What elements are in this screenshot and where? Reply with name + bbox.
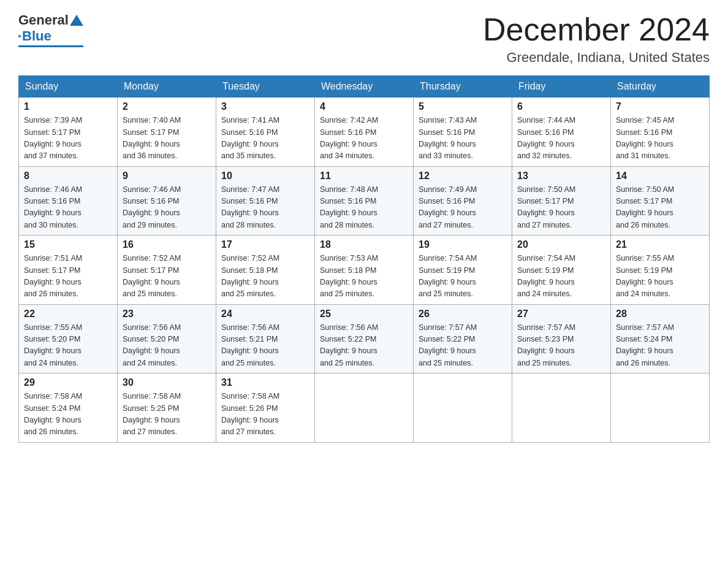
table-row: 5 Sunrise: 7:43 AM Sunset: 5:16 PM Dayli…	[414, 98, 512, 167]
day-number: 20	[517, 239, 605, 250]
logo-blue-text: Blue	[22, 28, 51, 44]
day-info: Sunrise: 7:40 AM Sunset: 5:17 PM Dayligh…	[123, 115, 211, 163]
calendar-table: Sunday Monday Tuesday Wednesday Thursday…	[18, 75, 710, 443]
calendar-week-row: 29 Sunrise: 7:58 AM Sunset: 5:24 PM Dayl…	[19, 373, 710, 443]
svg-marker-0	[70, 15, 83, 26]
table-row: 22 Sunrise: 7:55 AM Sunset: 5:20 PM Dayl…	[19, 304, 118, 373]
table-row	[414, 373, 512, 443]
day-number: 30	[123, 377, 211, 388]
day-info: Sunrise: 7:58 AM Sunset: 5:24 PM Dayligh…	[24, 391, 112, 439]
day-number: 19	[419, 239, 507, 250]
day-info: Sunrise: 7:58 AM Sunset: 5:25 PM Dayligh…	[123, 391, 211, 439]
col-sunday: Sunday	[19, 76, 118, 98]
table-row: 18 Sunrise: 7:53 AM Sunset: 5:18 PM Dayl…	[315, 236, 414, 305]
page-header: General Blue December 2024 Greendale, In…	[18, 12, 710, 66]
day-number: 29	[24, 377, 112, 388]
day-number: 18	[320, 239, 408, 250]
calendar-week-row: 15 Sunrise: 7:51 AM Sunset: 5:17 PM Dayl…	[19, 236, 710, 305]
col-wednesday: Wednesday	[315, 76, 414, 98]
day-info: Sunrise: 7:43 AM Sunset: 5:16 PM Dayligh…	[419, 115, 507, 163]
day-info: Sunrise: 7:47 AM Sunset: 5:16 PM Dayligh…	[221, 184, 309, 232]
table-row: 15 Sunrise: 7:51 AM Sunset: 5:17 PM Dayl…	[19, 236, 118, 305]
day-info: Sunrise: 7:56 AM Sunset: 5:20 PM Dayligh…	[123, 322, 211, 370]
day-number: 28	[616, 308, 704, 320]
day-info: Sunrise: 7:54 AM Sunset: 5:19 PM Dayligh…	[419, 253, 507, 301]
day-number: 12	[419, 170, 507, 182]
day-info: Sunrise: 7:56 AM Sunset: 5:22 PM Dayligh…	[320, 322, 408, 370]
day-number: 17	[221, 239, 309, 250]
table-row: 1 Sunrise: 7:39 AM Sunset: 5:17 PM Dayli…	[19, 98, 118, 167]
table-row: 19 Sunrise: 7:54 AM Sunset: 5:19 PM Dayl…	[414, 236, 512, 305]
col-saturday: Saturday	[611, 76, 710, 98]
table-row: 26 Sunrise: 7:57 AM Sunset: 5:22 PM Dayl…	[414, 304, 512, 373]
title-section: December 2024 Greendale, Indiana, United…	[483, 12, 710, 66]
calendar-week-row: 22 Sunrise: 7:55 AM Sunset: 5:20 PM Dayl…	[19, 304, 710, 373]
day-info: Sunrise: 7:58 AM Sunset: 5:26 PM Dayligh…	[221, 391, 309, 439]
day-number: 14	[616, 170, 704, 182]
day-number: 4	[320, 101, 408, 112]
day-info: Sunrise: 7:57 AM Sunset: 5:22 PM Dayligh…	[419, 322, 507, 370]
table-row: 6 Sunrise: 7:44 AM Sunset: 5:16 PM Dayli…	[512, 98, 611, 167]
calendar-week-row: 8 Sunrise: 7:46 AM Sunset: 5:16 PM Dayli…	[19, 166, 710, 236]
day-info: Sunrise: 7:48 AM Sunset: 5:16 PM Dayligh…	[320, 184, 408, 232]
table-row: 25 Sunrise: 7:56 AM Sunset: 5:22 PM Dayl…	[315, 304, 414, 373]
day-number: 5	[419, 101, 507, 112]
table-row: 2 Sunrise: 7:40 AM Sunset: 5:17 PM Dayli…	[118, 98, 216, 167]
day-info: Sunrise: 7:55 AM Sunset: 5:19 PM Dayligh…	[616, 253, 704, 301]
table-row: 24 Sunrise: 7:56 AM Sunset: 5:21 PM Dayl…	[216, 304, 315, 373]
day-number: 2	[123, 101, 211, 112]
day-info: Sunrise: 7:46 AM Sunset: 5:16 PM Dayligh…	[123, 184, 211, 232]
table-row: 7 Sunrise: 7:45 AM Sunset: 5:16 PM Dayli…	[611, 98, 710, 167]
table-row: 20 Sunrise: 7:54 AM Sunset: 5:19 PM Dayl…	[512, 236, 611, 305]
day-info: Sunrise: 7:42 AM Sunset: 5:16 PM Dayligh…	[320, 115, 408, 163]
table-row: 23 Sunrise: 7:56 AM Sunset: 5:20 PM Dayl…	[118, 304, 216, 373]
day-number: 10	[221, 170, 309, 182]
logo-dot	[18, 35, 21, 37]
calendar-header-row: Sunday Monday Tuesday Wednesday Thursday…	[19, 76, 710, 98]
location-text: Greendale, Indiana, United States	[483, 50, 710, 66]
day-number: 16	[123, 239, 211, 250]
table-row: 11 Sunrise: 7:48 AM Sunset: 5:16 PM Dayl…	[315, 166, 414, 236]
day-number: 21	[616, 239, 704, 250]
day-number: 22	[24, 308, 112, 320]
day-number: 31	[221, 377, 309, 388]
day-info: Sunrise: 7:39 AM Sunset: 5:17 PM Dayligh…	[24, 115, 112, 163]
day-number: 6	[517, 101, 605, 112]
calendar-week-row: 1 Sunrise: 7:39 AM Sunset: 5:17 PM Dayli…	[19, 98, 710, 167]
day-number: 11	[320, 170, 408, 182]
col-thursday: Thursday	[414, 76, 512, 98]
table-row: 4 Sunrise: 7:42 AM Sunset: 5:16 PM Dayli…	[315, 98, 414, 167]
day-info: Sunrise: 7:52 AM Sunset: 5:17 PM Dayligh…	[123, 253, 211, 301]
day-number: 26	[419, 308, 507, 320]
day-number: 9	[123, 170, 211, 182]
table-row: 29 Sunrise: 7:58 AM Sunset: 5:24 PM Dayl…	[19, 373, 118, 443]
table-row: 17 Sunrise: 7:52 AM Sunset: 5:18 PM Dayl…	[216, 236, 315, 305]
day-info: Sunrise: 7:44 AM Sunset: 5:16 PM Dayligh…	[517, 115, 605, 163]
day-info: Sunrise: 7:49 AM Sunset: 5:16 PM Dayligh…	[419, 184, 507, 232]
day-number: 8	[24, 170, 112, 182]
day-info: Sunrise: 7:50 AM Sunset: 5:17 PM Dayligh…	[616, 184, 704, 232]
day-info: Sunrise: 7:41 AM Sunset: 5:16 PM Dayligh…	[221, 115, 309, 163]
table-row: 30 Sunrise: 7:58 AM Sunset: 5:25 PM Dayl…	[118, 373, 216, 443]
day-number: 24	[221, 308, 309, 320]
day-info: Sunrise: 7:55 AM Sunset: 5:20 PM Dayligh…	[24, 322, 112, 370]
table-row	[611, 373, 710, 443]
col-friday: Friday	[512, 76, 611, 98]
day-info: Sunrise: 7:51 AM Sunset: 5:17 PM Dayligh…	[24, 253, 112, 301]
table-row	[315, 373, 414, 443]
col-monday: Monday	[118, 76, 216, 98]
logo-triangle-icon	[70, 15, 83, 26]
table-row: 21 Sunrise: 7:55 AM Sunset: 5:19 PM Dayl…	[611, 236, 710, 305]
table-row: 8 Sunrise: 7:46 AM Sunset: 5:16 PM Dayli…	[19, 166, 118, 236]
day-info: Sunrise: 7:52 AM Sunset: 5:18 PM Dayligh…	[221, 253, 309, 301]
table-row: 28 Sunrise: 7:57 AM Sunset: 5:24 PM Dayl…	[611, 304, 710, 373]
day-info: Sunrise: 7:50 AM Sunset: 5:17 PM Dayligh…	[517, 184, 605, 232]
day-info: Sunrise: 7:56 AM Sunset: 5:21 PM Dayligh…	[221, 322, 309, 370]
logo-general-text: General	[18, 12, 69, 28]
day-number: 15	[24, 239, 112, 250]
table-row: 16 Sunrise: 7:52 AM Sunset: 5:17 PM Dayl…	[118, 236, 216, 305]
day-number: 25	[320, 308, 408, 320]
table-row	[512, 373, 611, 443]
logo: General Blue	[18, 12, 83, 47]
table-row: 9 Sunrise: 7:46 AM Sunset: 5:16 PM Dayli…	[118, 166, 216, 236]
